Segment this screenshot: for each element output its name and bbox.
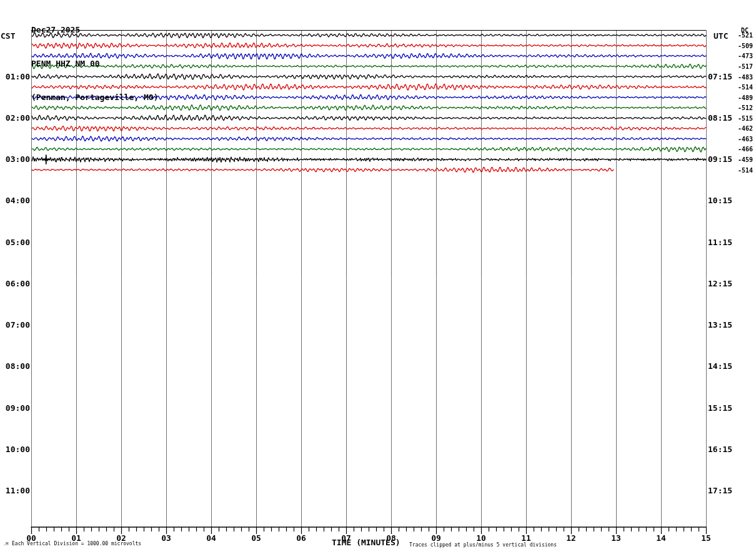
- dc-value: -473: [738, 53, 753, 59]
- right-hour-label: 17:15: [708, 486, 732, 495]
- right-hour-label: 14:15: [708, 362, 732, 371]
- x-tick-label: 03: [158, 534, 174, 543]
- dc-value: -512: [738, 105, 753, 111]
- right-hour-label: 08:15: [708, 114, 732, 123]
- x-tick-label: 05: [248, 534, 264, 543]
- x-tick-label: 11: [518, 534, 534, 543]
- dc-value: -515: [738, 116, 753, 122]
- left-hour-label: 06:00: [1, 280, 30, 288]
- x-axis-title: TIME (MINUTES): [332, 538, 400, 547]
- title-station: PENM HHZ NM 00: [31, 59, 159, 69]
- dc-value: -514: [738, 84, 753, 91]
- dc-value: -462: [738, 126, 753, 132]
- title-block: Dec27,2025 PENM HHZ NM 00 (Penman, Porta…: [31, 1, 159, 126]
- x-tick-label: 04: [203, 534, 219, 543]
- left-hour-label: 03:00: [1, 155, 30, 164]
- right-hour-label: 11:15: [708, 238, 732, 247]
- dc-value: -463: [738, 136, 753, 143]
- right-hour-label: 13:15: [708, 321, 732, 330]
- left-axis-header: CST: [1, 32, 15, 41]
- right-hour-label: 15:15: [708, 404, 732, 413]
- left-hour-label: 08:00: [1, 362, 30, 371]
- dc-value: -466: [738, 146, 753, 153]
- right-hour-label: 16:15: [708, 445, 732, 454]
- left-hour-label: 07:00: [1, 321, 30, 330]
- right-hour-label: 09:15: [708, 155, 732, 164]
- left-hour-label: 09:00: [1, 404, 30, 413]
- dc-value: -521: [738, 33, 753, 39]
- x-tick-label: 09: [428, 534, 444, 543]
- scale-note: Each Vertical Division = 1000.00 microvo…: [12, 541, 141, 546]
- x-tick-label: 15: [698, 534, 714, 543]
- x-tick-label: 12: [563, 534, 579, 543]
- dc-value: -514: [738, 168, 753, 174]
- title-location: (Penman, Portageville, MO): [31, 93, 159, 103]
- left-hour-label: 10:00: [1, 445, 30, 454]
- dc-value: -489: [738, 95, 753, 101]
- clip-note: Traces clipped at plus/minus 5 vertical …: [409, 543, 557, 548]
- dc-value: -483: [738, 74, 753, 81]
- helicorder-page: Dec27,2025 PENM HHZ NM 00 (Penman, Porta…: [0, 0, 756, 554]
- left-hour-label: 01:00: [1, 73, 30, 81]
- dc-value: -459: [738, 157, 753, 163]
- x-tick-label: 13: [608, 534, 624, 543]
- dc-value: -517: [738, 64, 753, 70]
- right-hour-label: 10:15: [708, 196, 732, 205]
- right-hour-label: 12:15: [708, 280, 732, 288]
- x-tick-label: 06: [293, 534, 309, 543]
- watermark: .M: [3, 542, 8, 546]
- left-hour-label: 04:00: [1, 196, 30, 205]
- left-hour-label: 11:00: [1, 486, 30, 495]
- left-hour-label: 02:00: [1, 114, 30, 123]
- x-tick-label: 14: [653, 534, 669, 543]
- dc-value: -509: [738, 43, 753, 49]
- right-axis-header: UTC: [714, 32, 728, 41]
- right-hour-label: 07:15: [708, 73, 732, 81]
- left-hour-label: 05:00: [1, 238, 30, 247]
- title-date: Dec27,2025: [31, 25, 159, 35]
- x-tick-label: 10: [473, 534, 489, 543]
